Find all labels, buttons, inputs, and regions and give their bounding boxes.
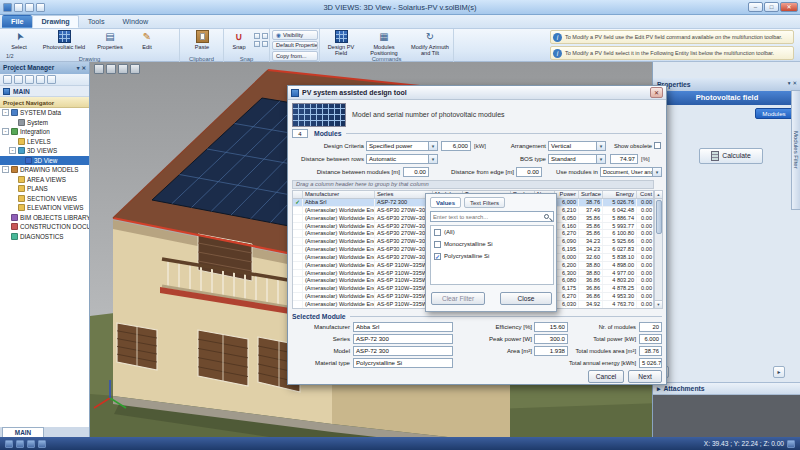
orbit-icon[interactable] <box>94 64 104 74</box>
show-obsolete-checkbox[interactable] <box>654 142 661 149</box>
filter-option-monocrystalline-si[interactable]: Monocrystalline Si <box>431 238 553 250</box>
maximize-button[interactable]: □ <box>764 2 779 12</box>
filter-option--all-[interactable]: (All) <box>431 226 553 238</box>
snap-options-grid[interactable] <box>254 33 268 47</box>
expander-icon[interactable]: - <box>2 166 9 173</box>
design-power-input[interactable]: 6,000 <box>441 141 471 151</box>
pan-icon[interactable] <box>106 64 116 74</box>
properties-pin-icon[interactable]: ▾ <box>788 80 791 86</box>
snap-button[interactable]: ∪ Snap <box>226 30 252 50</box>
tab-window[interactable]: Window <box>114 15 158 28</box>
tree-item-construction-documents[interactable]: CONSTRUCTION DOCUMENTS <box>0 222 89 232</box>
checkbox-icon[interactable] <box>434 241 441 248</box>
column-header-7[interactable]: Power <box>555 191 579 198</box>
panel-pin-icon[interactable]: ▾ <box>77 62 80 74</box>
minimize-button[interactable]: – <box>748 2 763 12</box>
scroll-down-icon[interactable]: ▾ <box>655 300 662 308</box>
tab-drawing[interactable]: Drawing <box>32 15 78 28</box>
status-ortho-icon[interactable] <box>16 440 24 448</box>
tab-main[interactable]: MAIN <box>2 427 44 437</box>
step-indicator[interactable]: 4 <box>292 129 308 138</box>
tree-item-elevation-views[interactable]: ELEVATION VIEWS <box>0 203 89 213</box>
column-header-10[interactable]: Cost <box>637 191 655 198</box>
close-button[interactable]: ✕ <box>780 2 798 12</box>
tree-item-area-views[interactable]: AREA VIEWS <box>0 175 89 185</box>
filter-option-polycrystalline-si[interactable]: ✓Polycrystalline Si <box>431 250 553 262</box>
tree-item-plans[interactable]: PLANS <box>0 184 89 194</box>
filter-search-input[interactable] <box>430 211 554 222</box>
column-header-9[interactable]: Energy <box>603 191 637 198</box>
use-modules-select[interactable]: Document, User and Program Archive <box>600 167 662 177</box>
design-criteria-select[interactable]: Specified power <box>366 141 438 151</box>
open-icon[interactable] <box>14 75 23 84</box>
modify-azimuth-button[interactable]: ↻ Modify Azimuth and Tilt <box>408 30 452 56</box>
expander-icon[interactable]: - <box>9 147 16 154</box>
bos-percentage-input[interactable]: 74.97 <box>610 154 638 164</box>
properties-close-icon[interactable]: ✕ <box>792 80 797 86</box>
cancel-button[interactable]: Cancel <box>588 370 624 383</box>
paste-button[interactable]: Paste <box>186 30 218 50</box>
arrangement-select[interactable]: Vertical <box>548 141 606 151</box>
edit-button[interactable]: ✎ Edit <box>132 30 162 50</box>
tree-item-levels[interactable]: LEVELS <box>0 137 89 147</box>
visibility-button[interactable]: ◉ Visibility <box>272 30 318 40</box>
tree-item-integration[interactable]: -Integration <box>0 127 89 137</box>
tab-tools[interactable]: Tools <box>79 15 114 28</box>
filter-tab-values[interactable]: Values <box>430 197 461 208</box>
tree-item-system-data[interactable]: -SYSTEM Data <box>0 108 89 118</box>
tab-file[interactable]: File <box>2 15 32 28</box>
dialog-close-button[interactable]: ✕ <box>650 87 663 98</box>
panel-close-icon[interactable]: ✕ <box>81 62 86 74</box>
attachments-header[interactable]: ▸ Attachments <box>653 382 800 395</box>
next-arrow-button[interactable]: ▸ <box>773 366 785 378</box>
distance-modules-input[interactable]: 0.00 <box>403 167 429 177</box>
column-header-1[interactable]: Manufacturer <box>303 191 375 198</box>
save-project-icon[interactable] <box>25 75 34 84</box>
modules-tab-badge[interactable]: Modules <box>755 108 793 119</box>
column-header-8[interactable]: Surface <box>579 191 603 198</box>
next-button[interactable]: Next <box>628 370 662 383</box>
calculate-button[interactable]: Calculate <box>699 148 763 164</box>
tree-item-3d-views[interactable]: -3D VIEWS <box>0 146 89 156</box>
modules-positioning-button[interactable]: ▦ Modules Positioning <box>362 30 406 56</box>
bos-type-select[interactable]: Standard <box>548 154 606 164</box>
tree-item-3d-view[interactable]: 3D View <box>0 156 89 166</box>
distance-rows-select[interactable]: Automatic <box>366 154 438 164</box>
tree-item-diagnostics[interactable]: DIAGNOSTICS <box>0 232 89 242</box>
table-scrollbar[interactable]: ▴ ▾ <box>654 190 663 309</box>
zoom-icon[interactable] <box>118 64 128 74</box>
fit-view-icon[interactable] <box>130 64 140 74</box>
dialog-titlebar[interactable]: PV system assisted design tool ✕ <box>288 86 666 100</box>
tree-item-bim-objects-library[interactable]: BIM OBJECTS LIBRARY <box>0 213 89 223</box>
copy-from-button[interactable]: Copy from... <box>272 51 318 61</box>
status-layers-icon[interactable] <box>38 440 46 448</box>
select-button[interactable]: ➤ Select <box>2 30 36 50</box>
expander-icon[interactable]: - <box>2 128 9 135</box>
status-view-icon[interactable] <box>787 440 795 448</box>
properties-button[interactable]: ▤ Properties <box>90 30 130 50</box>
column-header-0[interactable] <box>293 191 303 198</box>
checkbox-icon[interactable]: ✓ <box>434 253 441 260</box>
photovoltaic-field-button[interactable]: Photovoltaic field <box>40 30 88 50</box>
status-snap-icon[interactable] <box>27 440 35 448</box>
project-root[interactable]: MAIN <box>0 86 89 97</box>
clear-filter-button[interactable]: Clear Filter <box>431 292 485 305</box>
group-by-bar[interactable]: Drag a column header here to group by th… <box>292 180 654 189</box>
checkbox-icon[interactable] <box>434 229 441 236</box>
status-grid-icon[interactable] <box>5 440 13 448</box>
settings-icon[interactable] <box>47 75 56 84</box>
distance-edge-input[interactable]: 0.00 <box>516 167 542 177</box>
default-properties-button[interactable]: Default Properties <box>272 41 318 51</box>
close-filter-button[interactable]: Close <box>500 292 552 305</box>
modules-filter-side-tab[interactable]: Modules Filter <box>791 90 800 210</box>
filter-tab-text-filters[interactable]: Text Filters <box>464 197 505 208</box>
tree-item-drawing-models[interactable]: -DRAWING MODELS <box>0 165 89 175</box>
design-pv-field-button[interactable]: Design PV Field <box>322 30 360 56</box>
new-icon[interactable] <box>3 75 12 84</box>
scroll-up-icon[interactable]: ▴ <box>655 191 662 199</box>
scrollbar-thumb[interactable] <box>656 200 662 234</box>
expander-icon[interactable]: - <box>2 109 9 116</box>
tree-item-section-views[interactable]: SECTION VIEWS <box>0 194 89 204</box>
refresh-icon[interactable] <box>36 75 45 84</box>
tree-item-system[interactable]: System <box>0 118 89 128</box>
